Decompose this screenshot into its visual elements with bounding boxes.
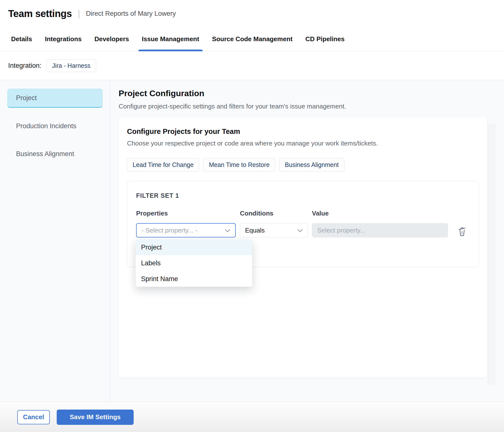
chevron-down-icon	[297, 227, 303, 234]
page-title: Team settings	[8, 8, 72, 19]
sidebar-item-label: Project	[16, 94, 37, 102]
integration-chip[interactable]: Jira - Harness	[46, 59, 96, 72]
integration-row: Integration: Jira - Harness	[0, 51, 504, 80]
tab-source-code-management[interactable]: Source Code Management	[212, 27, 293, 51]
cancel-button[interactable]: Cancel	[17, 410, 50, 424]
properties-column-label: Properties	[136, 210, 236, 217]
section-title: Project Configuration	[119, 89, 504, 98]
tab-integrations[interactable]: Integrations	[45, 27, 82, 51]
card-scrollbar[interactable]	[488, 124, 495, 384]
page-header: Team settings | Direct Reports of Mary L…	[0, 0, 504, 27]
properties-select[interactable]: - Select property... - Project Labels Sp…	[136, 223, 236, 237]
configure-projects-card: Configure Projects for your Team Choose …	[119, 117, 487, 378]
properties-field: Properties - Select property... - Projec…	[136, 210, 236, 237]
value-field: Value	[312, 210, 448, 237]
delete-filter-button[interactable]	[456, 225, 468, 239]
filter-row: Properties - Select property... - Projec…	[136, 210, 470, 239]
tab-cd-pipelines[interactable]: CD Pipelines	[305, 27, 344, 51]
chip-mean-time-to-restore[interactable]: Mean Time to Restore	[203, 158, 275, 172]
card-title: Configure Projects for your Team	[127, 127, 479, 136]
title-separator: |	[78, 8, 80, 19]
sidebar-item-production-incidents[interactable]: Production Incidents	[7, 117, 103, 136]
footer-action-bar: Cancel Save IM Settings	[0, 402, 504, 432]
filter-set-title: FILTER SET 1	[136, 192, 470, 199]
content-area: Project Production Incidents Business Al…	[0, 80, 504, 402]
page-subtitle: Direct Reports of Mary Lowery	[86, 10, 176, 18]
trash-icon	[457, 234, 467, 238]
value-input[interactable]	[312, 223, 448, 237]
conditions-column-label: Conditions	[240, 210, 308, 217]
dropdown-option-labels[interactable]: Labels	[136, 255, 252, 271]
conditions-select-value: Equals	[245, 227, 265, 234]
sidebar-item-project[interactable]: Project	[7, 89, 103, 108]
sidebar-item-label: Business Alignment	[16, 150, 74, 158]
tab-bar: Details Integrations Developers Issue Ma…	[0, 27, 504, 51]
conditions-select[interactable]: Equals	[240, 223, 308, 237]
filter-set-1: FILTER SET 1 Properties - Select propert…	[127, 181, 479, 267]
conditions-field: Conditions Equals	[240, 210, 308, 237]
settings-sidebar: Project Production Incidents Business Al…	[0, 80, 110, 402]
value-column-label: Value	[312, 210, 448, 217]
chip-business-alignment[interactable]: Business Alignment	[279, 158, 344, 172]
metric-chip-group: Lead Time for Change Mean Time to Restor…	[127, 158, 479, 172]
tab-developers[interactable]: Developers	[94, 27, 129, 51]
tab-details[interactable]: Details	[11, 27, 32, 51]
chip-lead-time-for-change[interactable]: Lead Time for Change	[127, 158, 199, 172]
tab-issue-management[interactable]: Issue Management	[142, 27, 199, 51]
chevron-down-icon	[225, 227, 230, 234]
properties-dropdown: Project Labels Sprint Name	[136, 239, 252, 287]
main-panel: Project Configuration Configure project-…	[110, 80, 504, 402]
card-description: Choose your respective project or code a…	[127, 140, 479, 147]
sidebar-item-label: Production Incidents	[16, 122, 76, 130]
integration-label: Integration:	[8, 62, 41, 70]
section-subtitle: Configure project-specific settings and …	[119, 103, 504, 110]
properties-select-placeholder: - Select property... -	[142, 227, 197, 234]
dropdown-option-project[interactable]: Project	[136, 239, 252, 255]
sidebar-item-business-alignment[interactable]: Business Alignment	[7, 144, 103, 163]
dropdown-option-sprint-name[interactable]: Sprint Name	[136, 271, 252, 287]
save-im-settings-button[interactable]: Save IM Settings	[57, 410, 134, 425]
